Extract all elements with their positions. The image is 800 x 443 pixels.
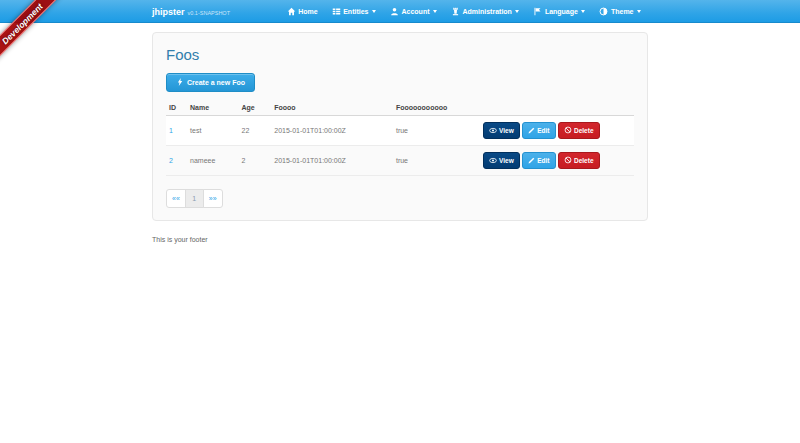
- flag-icon: [533, 7, 542, 16]
- delete-button[interactable]: Delete: [558, 122, 600, 139]
- nav-item-theme[interactable]: Theme: [592, 0, 648, 23]
- ban-circle-icon: [564, 126, 572, 135]
- table-row: 2 nameee 2 2015-01-01T01:00:00Z true Vie…: [166, 146, 634, 176]
- column-header-name: Name: [187, 101, 238, 116]
- cell-fooooooooooo: true: [393, 116, 480, 146]
- footer-text: This is your footer: [152, 236, 648, 243]
- nav-item-label: Administration: [462, 8, 511, 15]
- user-icon: [390, 7, 399, 16]
- brand-name: jhipster: [152, 7, 185, 17]
- delete-button-label: Delete: [574, 127, 594, 134]
- eye-icon: [489, 157, 497, 165]
- view-button[interactable]: View: [483, 152, 520, 169]
- pencil-icon: [528, 157, 535, 165]
- edit-button[interactable]: Edit: [522, 152, 556, 169]
- cell-fooooooooooo: true: [393, 146, 480, 176]
- entities-icon: [332, 7, 341, 16]
- table-header-row: ID Name Age Foooo Fooooooooooo: [166, 101, 634, 116]
- nav-item-account[interactable]: Account: [383, 0, 444, 23]
- foos-table: ID Name Age Foooo Fooooooooooo 1 test 22…: [166, 101, 634, 176]
- nav-item-label: Entities: [343, 8, 368, 15]
- eye-icon: [489, 127, 497, 135]
- nav-item-label: Theme: [611, 8, 634, 15]
- brand[interactable]: jhipster v0.1-SNAPSHOT: [152, 7, 230, 17]
- pagination: «« 1 »»: [166, 189, 634, 208]
- nav-item-home[interactable]: Home: [280, 0, 325, 23]
- page-title: Foos: [166, 46, 634, 63]
- nav-item-label: Home: [298, 8, 317, 15]
- chevron-down-icon: [433, 10, 437, 13]
- column-header-foooo: Foooo: [271, 101, 393, 116]
- delete-button[interactable]: Delete: [558, 152, 600, 169]
- cell-name: test: [187, 116, 238, 146]
- chevron-down-icon: [372, 10, 376, 13]
- pagination-first-button[interactable]: ««: [166, 189, 186, 208]
- edit-button[interactable]: Edit: [522, 122, 556, 139]
- chevron-down-icon: [637, 10, 641, 13]
- pagination-page-1[interactable]: 1: [185, 189, 204, 208]
- pagination-last-button[interactable]: »»: [203, 189, 223, 208]
- column-header-fooooooooooo: Fooooooooooo: [393, 101, 480, 116]
- tower-icon: [451, 7, 460, 16]
- flash-icon: [176, 78, 184, 87]
- ban-circle-icon: [564, 156, 572, 165]
- nav-item-administration[interactable]: Administration: [444, 0, 526, 23]
- navbar: jhipster v0.1-SNAPSHOT Home Entities Acc…: [0, 0, 800, 23]
- cell-foooo: 2015-01-01T01:00:00Z: [271, 116, 393, 146]
- nav-item-label: Account: [401, 8, 429, 15]
- view-button-label: View: [499, 157, 514, 164]
- chevron-down-icon: [581, 10, 585, 13]
- row-id-link[interactable]: 2: [169, 157, 173, 164]
- cell-foooo: 2015-01-01T01:00:00Z: [271, 146, 393, 176]
- navbar-menu: Home Entities Account Administration Lan…: [280, 0, 648, 23]
- create-foo-button-label: Create a new Foo: [187, 79, 245, 86]
- create-foo-button[interactable]: Create a new Foo: [166, 73, 255, 92]
- edit-button-label: Edit: [537, 127, 549, 134]
- row-actions: View Edit Delete: [483, 122, 631, 139]
- view-button[interactable]: View: [483, 122, 520, 139]
- cell-age: 22: [239, 116, 272, 146]
- edit-button-label: Edit: [537, 157, 549, 164]
- nav-item-language[interactable]: Language: [526, 0, 592, 23]
- table-row: 1 test 22 2015-01-01T01:00:00Z true View: [166, 116, 634, 146]
- view-button-label: View: [499, 127, 514, 134]
- nav-item-entities[interactable]: Entities: [325, 0, 383, 23]
- brand-version: v0.1-SNAPSHOT: [188, 10, 230, 16]
- column-header-actions: [480, 101, 634, 116]
- nav-item-label: Language: [545, 8, 578, 15]
- pencil-icon: [528, 127, 535, 135]
- delete-button-label: Delete: [574, 157, 594, 164]
- theme-icon: [599, 7, 608, 16]
- row-actions: View Edit Delete: [483, 152, 631, 169]
- cell-age: 2: [239, 146, 272, 176]
- chevron-down-icon: [515, 10, 519, 13]
- row-id-link[interactable]: 1: [169, 127, 173, 134]
- main-content: Foos Create a new Foo ID Name Age Foooo …: [152, 32, 648, 243]
- foos-panel: Foos Create a new Foo ID Name Age Foooo …: [152, 32, 648, 221]
- cell-name: nameee: [187, 146, 238, 176]
- home-icon: [287, 7, 296, 16]
- column-header-id: ID: [166, 101, 187, 116]
- column-header-age: Age: [239, 101, 272, 116]
